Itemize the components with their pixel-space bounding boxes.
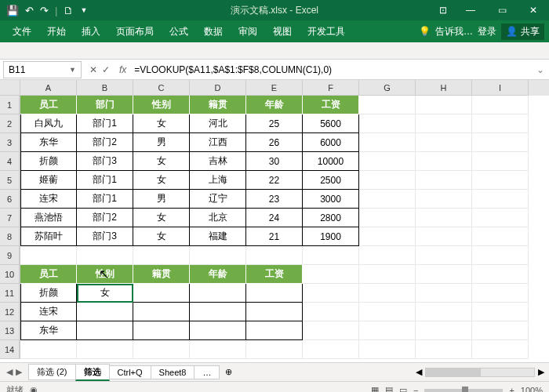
cell[interactable]: 员工 (20, 96, 77, 114)
cell[interactable]: 燕池悟 (20, 209, 77, 227)
cell[interactable] (416, 171, 472, 190)
cell[interactable] (472, 96, 529, 114)
cell[interactable] (133, 340, 190, 359)
cell[interactable] (416, 133, 472, 152)
login-link[interactable]: 登录 (478, 25, 496, 38)
cell[interactable] (472, 265, 529, 284)
cell[interactable]: 员工 (20, 265, 77, 284)
hscroll-right-icon[interactable]: ▶ (538, 367, 544, 377)
cell[interactable] (303, 246, 359, 265)
fx-icon[interactable]: fx (115, 64, 131, 75)
cell[interactable]: 连宋 (20, 303, 77, 321)
cell[interactable]: 21 (246, 227, 303, 246)
cell[interactable]: 30 (246, 152, 303, 171)
sheet-tab-3[interactable]: Ctrl+Q (109, 365, 151, 379)
zoom-level[interactable]: 100% (521, 386, 543, 393)
tab-layout[interactable]: 页面布局 (108, 20, 162, 42)
cell[interactable] (133, 284, 190, 303)
cell[interactable] (359, 321, 416, 340)
cell[interactable] (359, 246, 416, 265)
close-button[interactable]: ✕ (518, 0, 549, 20)
formula-expand-icon[interactable]: ⌄ (532, 64, 549, 75)
cell[interactable] (133, 303, 190, 321)
cell[interactable] (416, 284, 472, 303)
cell[interactable] (472, 190, 529, 209)
col-head[interactable]: A (20, 80, 77, 96)
cell[interactable] (416, 190, 472, 209)
row-head[interactable]: 4 (0, 152, 20, 171)
tab-insert[interactable]: 插入 (74, 20, 108, 42)
new-sheet-icon[interactable]: ⊕ (219, 367, 238, 377)
cell[interactable]: 女 (133, 152, 190, 171)
tab-data[interactable]: 数据 (196, 20, 231, 42)
row-head[interactable]: 6 (0, 190, 20, 209)
name-box[interactable]: B11▼ (3, 61, 82, 78)
tell-me[interactable]: 告诉我… (435, 25, 473, 38)
cell[interactable]: 24 (246, 209, 303, 227)
cell[interactable]: 26 (246, 133, 303, 152)
sheet-tab-more[interactable]: … (194, 365, 220, 379)
row-head[interactable]: 8 (0, 227, 20, 246)
cell[interactable] (359, 227, 416, 246)
save-icon[interactable]: 💾 (6, 5, 19, 16)
cell[interactable] (416, 321, 472, 340)
cell[interactable]: 3000 (303, 190, 359, 209)
cell[interactable] (77, 340, 133, 359)
cell[interactable]: 籍贯 (190, 96, 246, 114)
col-head[interactable]: E (246, 80, 303, 96)
cell[interactable]: 22 (246, 171, 303, 190)
cell[interactable] (77, 303, 133, 321)
cell[interactable] (359, 133, 416, 152)
new-doc-icon[interactable]: 🗋 (64, 5, 74, 16)
tab-view[interactable]: 视图 (265, 20, 300, 42)
col-head[interactable]: G (359, 80, 416, 96)
cell[interactable] (359, 284, 416, 303)
cell[interactable]: 性别 (77, 265, 133, 284)
namebox-dropdown-icon[interactable]: ▼ (69, 66, 76, 74)
cell[interactable] (190, 246, 246, 265)
cell[interactable]: 东华 (20, 133, 77, 152)
cell[interactable]: 年龄 (190, 265, 246, 284)
cell[interactable] (359, 303, 416, 321)
minimize-button[interactable]: — (455, 0, 486, 20)
row-head[interactable]: 13 (0, 321, 20, 340)
cell[interactable] (472, 152, 529, 171)
cell[interactable] (472, 171, 529, 190)
cell[interactable]: 部门1 (77, 114, 133, 133)
cell[interactable] (359, 265, 416, 284)
cell[interactable]: 部门1 (77, 171, 133, 190)
cell[interactable]: 河北 (190, 114, 246, 133)
zoom-in-icon[interactable]: + (509, 386, 514, 393)
cell[interactable] (190, 284, 246, 303)
view-break-icon[interactable]: ▭ (399, 385, 407, 392)
cell[interactable]: 25 (246, 114, 303, 133)
cell[interactable]: 女 (133, 114, 190, 133)
cell[interactable]: 江西 (190, 133, 246, 152)
col-head[interactable]: H (416, 80, 472, 96)
cell[interactable] (359, 114, 416, 133)
macro-record-icon[interactable]: ◉ (30, 385, 38, 392)
cell[interactable] (359, 190, 416, 209)
cell[interactable] (77, 246, 133, 265)
cell[interactable]: 折颜 (20, 152, 77, 171)
cell[interactable] (359, 96, 416, 114)
cell[interactable]: 苏陌叶 (20, 227, 77, 246)
cell[interactable] (472, 303, 529, 321)
cell[interactable] (303, 321, 359, 340)
cell[interactable] (416, 114, 472, 133)
cell[interactable] (303, 265, 359, 284)
sheet-nav-right-icon[interactable]: ▶ (16, 367, 22, 377)
cell[interactable]: 23 (246, 190, 303, 209)
cell[interactable] (303, 303, 359, 321)
col-head[interactable]: B (77, 80, 133, 96)
hscroll-left-icon[interactable]: ◀ (416, 367, 422, 377)
tab-dev[interactable]: 开发工具 (300, 20, 353, 42)
row-head[interactable]: 2 (0, 114, 20, 133)
cell[interactable] (472, 340, 529, 359)
cell[interactable]: 性别 (133, 96, 190, 114)
cell[interactable] (416, 246, 472, 265)
formula-input[interactable] (131, 61, 532, 78)
cell[interactable] (359, 340, 416, 359)
cell[interactable]: 福建 (190, 227, 246, 246)
cell[interactable]: 辽宁 (190, 190, 246, 209)
